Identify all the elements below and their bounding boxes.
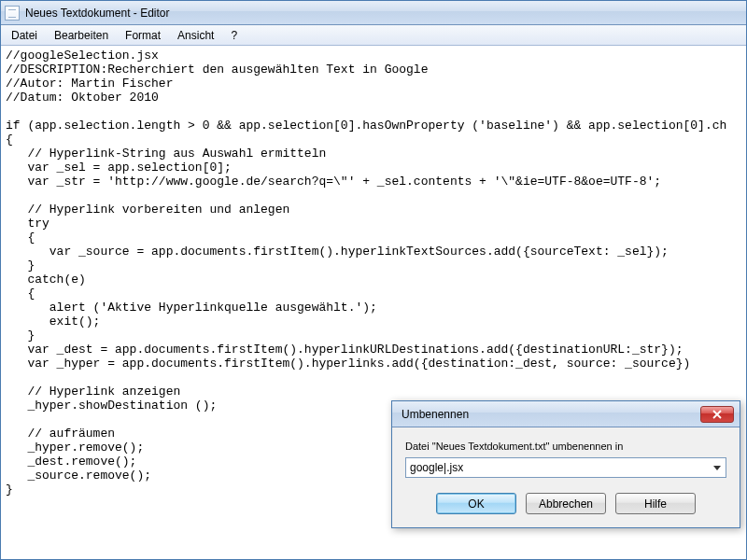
rename-input[interactable] — [406, 458, 709, 477]
dialog-close-button[interactable] — [700, 406, 734, 423]
menu-file[interactable]: Datei — [3, 26, 46, 45]
menu-help[interactable]: ? — [222, 26, 246, 45]
dialog-title: Umbenennen — [402, 408, 700, 421]
cancel-button[interactable]: Abbrechen — [526, 493, 606, 514]
dialog-titlebar: Umbenennen — [392, 401, 740, 427]
close-icon — [712, 410, 722, 419]
help-button[interactable]: Hilfe — [615, 493, 696, 514]
notepad-icon — [5, 6, 20, 21]
menu-view[interactable]: Ansicht — [169, 26, 222, 45]
menu-edit[interactable]: Bearbeiten — [46, 26, 117, 45]
dialog-button-row: OK Abbrechen Hilfe — [405, 493, 726, 514]
rename-label: Datei "Neues Textdokument.txt" umbenenne… — [405, 441, 726, 452]
window-title: Neues Textdokument - Editor — [25, 7, 170, 20]
dialog-body: Datei "Neues Textdokument.txt" umbenenne… — [392, 427, 740, 527]
dropdown-button[interactable] — [709, 458, 726, 477]
rename-input-wrap — [405, 457, 726, 478]
rename-dialog: Umbenennen Datei "Neues Textdokument.txt… — [391, 400, 740, 528]
window-titlebar: Neues Textdokument - Editor — [1, 1, 746, 25]
menu-format[interactable]: Format — [117, 26, 169, 45]
ok-button[interactable]: OK — [436, 493, 516, 514]
menu-bar: Datei Bearbeiten Format Ansicht ? — [1, 25, 746, 46]
